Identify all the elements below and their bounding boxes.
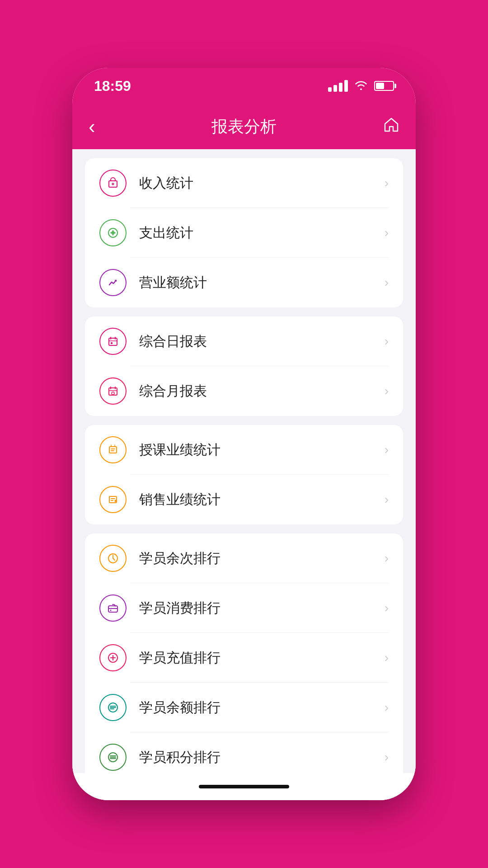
phone-frame: 18:59 ‹ 报表分析: [72, 68, 416, 800]
student-remaining-icon: [99, 545, 127, 572]
student-points-icon: [99, 744, 127, 771]
student-balance-icon: [99, 694, 127, 721]
svg-point-12: [110, 610, 112, 611]
menu-item-income[interactable]: 收入统计 ›: [85, 158, 403, 208]
student-remaining-label: 学员余次排行: [139, 549, 385, 568]
chevron-icon: ›: [385, 226, 389, 240]
svg-point-9: [115, 500, 117, 502]
menu-item-teaching[interactable]: 授课业绩统计 ›: [85, 425, 403, 475]
home-button[interactable]: [383, 117, 399, 137]
expense-label: 支出统计: [139, 224, 385, 242]
menu-group-4: 学员余次排行 › 学员消费排行 ›: [85, 533, 403, 773]
home-indicator: [199, 785, 289, 788]
chevron-icon: ›: [385, 492, 389, 507]
battery-icon: [374, 81, 394, 91]
teaching-perf-icon: [99, 436, 127, 463]
status-bar: 18:59: [72, 68, 416, 104]
chevron-icon: ›: [385, 651, 389, 665]
menu-group-2: 综合日报表 › 综合月报表 ›: [85, 316, 403, 416]
svg-rect-7: [109, 447, 117, 453]
svg-point-6: [112, 392, 114, 395]
student-points-label: 学员积分排行: [139, 748, 385, 767]
menu-item-student-remaining[interactable]: 学员余次排行 ›: [85, 533, 403, 583]
chevron-icon: ›: [385, 384, 389, 398]
student-balance-label: 学员余额排行: [139, 698, 385, 717]
menu-item-revenue[interactable]: 营业额统计 ›: [85, 258, 403, 307]
signal-icon: [328, 80, 348, 92]
svg-rect-5: [109, 388, 117, 395]
menu-item-student-consume[interactable]: 学员消费排行 ›: [85, 583, 403, 633]
menu-item-student-points[interactable]: 学员积分排行 ›: [85, 732, 403, 773]
chevron-icon: ›: [385, 443, 389, 457]
status-time: 18:59: [94, 78, 131, 94]
back-button[interactable]: ‹: [89, 117, 95, 137]
wifi-icon: [354, 79, 368, 93]
content-area: 收入统计 › 支出统计 ›: [72, 149, 416, 773]
expense-icon: [99, 219, 127, 246]
chevron-icon: ›: [385, 275, 389, 290]
income-icon: [99, 170, 127, 197]
chevron-icon: ›: [385, 176, 389, 190]
menu-item-student-topup[interactable]: 学员充值排行 ›: [85, 633, 403, 683]
daily-report-icon: [99, 328, 127, 355]
chevron-icon: ›: [385, 700, 389, 715]
chevron-icon: ›: [385, 334, 389, 349]
menu-item-student-balance[interactable]: 学员余额排行 ›: [85, 683, 403, 732]
student-topup-label: 学员充值排行: [139, 649, 385, 667]
home-bar: [72, 773, 416, 800]
sales-perf-label: 销售业绩统计: [139, 491, 385, 509]
svg-rect-4: [111, 342, 113, 344]
menu-group-3: 授课业绩统计 › 销售业绩统计 ›: [85, 425, 403, 524]
chevron-icon: ›: [385, 601, 389, 615]
page-title: 报表分析: [211, 116, 277, 138]
monthly-report-icon: [99, 377, 127, 405]
menu-item-monthly[interactable]: 综合月报表 ›: [85, 366, 403, 416]
teaching-perf-label: 授课业绩统计: [139, 441, 385, 459]
daily-report-label: 综合日报表: [139, 332, 385, 351]
chevron-icon: ›: [385, 551, 389, 566]
income-label: 收入统计: [139, 174, 385, 193]
revenue-icon: [99, 269, 127, 296]
menu-item-expense[interactable]: 支出统计 ›: [85, 208, 403, 258]
header: ‹ 报表分析: [72, 104, 416, 149]
menu-group-1: 收入统计 › 支出统计 ›: [85, 158, 403, 307]
chevron-icon: ›: [385, 750, 389, 764]
student-topup-icon: [99, 644, 127, 671]
monthly-report-label: 综合月报表: [139, 382, 385, 401]
sales-perf-icon: [99, 486, 127, 513]
menu-item-sales[interactable]: 销售业绩统计 ›: [85, 475, 403, 524]
status-icons: [328, 79, 394, 93]
menu-item-daily[interactable]: 综合日报表 ›: [85, 316, 403, 366]
student-consume-icon: [99, 594, 127, 622]
revenue-label: 营业额统计: [139, 274, 385, 292]
student-consume-label: 学员消费排行: [139, 599, 385, 618]
svg-rect-3: [109, 338, 117, 345]
